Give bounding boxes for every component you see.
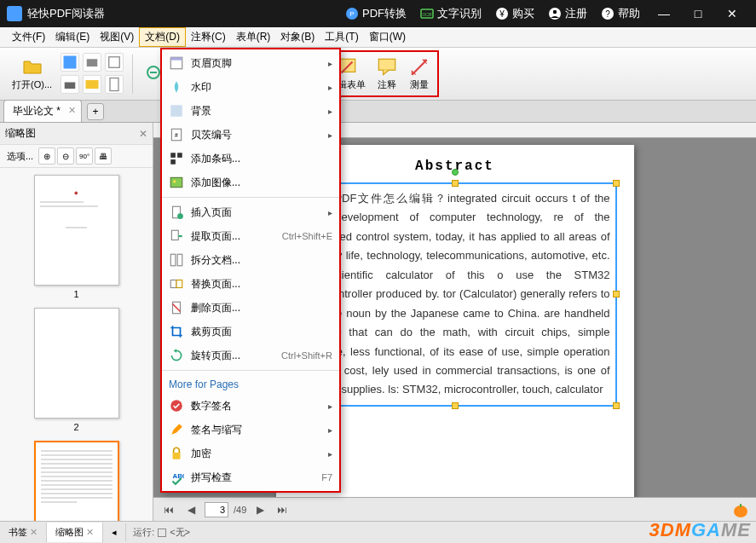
menu-crop[interactable]: 裁剪页面 xyxy=(162,320,339,344)
run-value: <无> xyxy=(170,526,190,539)
page-total: /49 xyxy=(234,505,246,515)
pumpkin-icon xyxy=(732,501,749,518)
print-thumb-icon[interactable]: 🖶 xyxy=(95,147,112,165)
resize-handle-br[interactable] xyxy=(613,402,620,409)
page-input[interactable] xyxy=(205,502,228,517)
print-icon[interactable] xyxy=(83,53,101,72)
svg-rect-41 xyxy=(170,153,176,158)
menu-delete[interactable]: 删除页面... xyxy=(162,296,339,320)
thumbnails-tab[interactable]: 缩略图 ✕ xyxy=(47,523,103,542)
document-tab-label: 毕业论文 * xyxy=(13,105,61,117)
menu-insert-page[interactable]: 插入页面▸ xyxy=(162,200,339,224)
menu-background[interactable]: 背景▸ xyxy=(162,99,339,123)
shrink-icon[interactable]: ⊖ xyxy=(57,147,74,165)
thumbnail-page-1[interactable]: ◆ 1 xyxy=(34,175,119,299)
menu-tools[interactable]: 工具(T) xyxy=(320,27,363,47)
ocr-label: 文字识别 xyxy=(437,6,482,21)
scan-icon[interactable] xyxy=(105,53,124,72)
svg-rect-11 xyxy=(87,59,98,66)
register-button[interactable]: 注册 xyxy=(548,6,587,21)
svg-rect-43 xyxy=(170,159,176,165)
close-button[interactable]: ✕ xyxy=(715,0,749,27)
rotate-handle-icon[interactable] xyxy=(452,169,459,176)
selected-text-frame[interactable]: 器——PDF文件怎么编辑？integrated circuit occurs t… xyxy=(293,182,617,407)
document-tab[interactable]: 毕业论文 * ✕ xyxy=(3,100,82,122)
bookmarks-tab[interactable]: 书签 ✕ xyxy=(0,523,47,542)
resize-handle-mr[interactable] xyxy=(613,291,620,297)
menu-header-footer[interactable]: 页眉页脚▸ xyxy=(162,51,339,75)
svg-rect-13 xyxy=(65,82,76,89)
resize-handle-tr[interactable] xyxy=(613,180,620,187)
menu-edit[interactable]: 编辑(E) xyxy=(50,27,95,47)
rotate-page-icon xyxy=(169,348,184,363)
thumbnail-page-2[interactable]: 2 xyxy=(34,308,119,432)
replace-icon xyxy=(169,276,184,292)
app-title: 轻快PDF阅读器 xyxy=(27,6,105,21)
menu-form[interactable]: 表单(R) xyxy=(231,27,276,47)
menu-encrypt[interactable]: 加密▸ xyxy=(162,442,339,465)
svg-rect-28 xyxy=(378,59,395,70)
user-icon xyxy=(548,7,562,20)
side-close-icon[interactable]: ✕ xyxy=(139,128,147,140)
tab-close-icon[interactable]: ✕ xyxy=(68,105,76,116)
menu-split[interactable]: 拆分文档... xyxy=(162,248,339,272)
menu-section-more: More for Pages xyxy=(162,373,339,394)
buy-button[interactable]: ¥ 购买 xyxy=(495,6,534,21)
open-button[interactable]: 打开(O)... xyxy=(7,55,57,93)
page-navigation: ⏮ ◀ /49 ▶ ⏭ xyxy=(153,497,756,521)
chevron-right-icon: ▸ xyxy=(328,83,332,92)
svg-rect-14 xyxy=(86,80,99,89)
menu-extract-page[interactable]: 提取页面...Ctrl+Shift+E xyxy=(162,224,339,248)
first-page-button[interactable]: ⏮ xyxy=(160,501,177,518)
enlarge-icon[interactable]: ⊕ xyxy=(38,147,55,165)
menu-bates[interactable]: #贝茨编号▸ xyxy=(162,123,339,147)
menu-view[interactable]: 视图(V) xyxy=(95,27,139,47)
page-icon[interactable] xyxy=(105,75,124,94)
next-page-button[interactable]: ▶ xyxy=(251,501,268,518)
convert-icon: P xyxy=(345,7,359,20)
printer-icon[interactable] xyxy=(61,75,79,94)
menu-watermark[interactable]: 水印▸ xyxy=(162,75,339,99)
menu-digital-sign[interactable]: 数字签名▸ xyxy=(162,394,339,418)
svg-text:ABC: ABC xyxy=(173,472,185,480)
app-logo-icon xyxy=(7,6,22,21)
help-button[interactable]: ? 帮助 xyxy=(601,6,640,21)
prev-page-button[interactable]: ◀ xyxy=(182,501,199,518)
comment-button[interactable]: 注释 xyxy=(371,55,403,93)
menu-sign-initial[interactable]: 签名与缩写▸ xyxy=(162,418,339,442)
resize-handle-mt[interactable] xyxy=(452,180,459,187)
minimize-button[interactable]: — xyxy=(647,0,681,27)
last-page-button[interactable]: ⏭ xyxy=(274,501,291,518)
menu-rotate[interactable]: 旋转页面...Ctrl+Shift+R xyxy=(162,344,339,367)
side-options-button[interactable]: 选项... xyxy=(3,150,37,163)
rotate-icon[interactable]: 90° xyxy=(76,147,93,165)
thumbnail-page-3[interactable]: 3 xyxy=(34,441,119,521)
chevron-right-icon: ▸ xyxy=(328,401,332,411)
header-footer-icon xyxy=(169,55,184,71)
menu-file[interactable]: 文件(F) xyxy=(7,27,50,47)
collapse-tab[interactable]: ◂ xyxy=(103,523,126,541)
mail-icon[interactable] xyxy=(83,75,101,94)
menu-barcode[interactable]: 添加条码... xyxy=(162,147,339,170)
pdf-convert-button[interactable]: P PDF转换 xyxy=(345,6,407,21)
svg-line-29 xyxy=(412,60,426,74)
chevron-right-icon: ▸ xyxy=(328,425,332,435)
menubar: 文件(F) 编辑(E) 视图(V) 文档(D) 注释(C) 表单(R) 对象(B… xyxy=(0,27,756,48)
ocr-button[interactable]: OCR 文字识别 xyxy=(420,6,482,21)
measure-button[interactable]: 测量 xyxy=(403,55,436,93)
resize-handle-mb[interactable] xyxy=(452,402,459,409)
register-label: 注册 xyxy=(565,6,587,21)
save-icon[interactable] xyxy=(61,53,79,72)
menu-object[interactable]: 对象(B) xyxy=(275,27,320,47)
menu-annotate[interactable]: 注释(C) xyxy=(186,27,231,47)
menu-document[interactable]: 文档(D) xyxy=(139,27,186,47)
maximize-button[interactable]: □ xyxy=(681,0,715,27)
add-tab-button[interactable]: + xyxy=(87,103,104,120)
svg-text:OCR: OCR xyxy=(422,12,432,17)
menu-add-image[interactable]: 添加图像... xyxy=(162,170,339,194)
menu-window[interactable]: 窗口(W) xyxy=(364,27,411,47)
folder-open-icon xyxy=(22,56,43,77)
menu-replace[interactable]: 替换页面... xyxy=(162,272,339,296)
menu-spellcheck[interactable]: ABC拼写检查F7 xyxy=(162,465,339,489)
svg-point-7 xyxy=(553,10,557,14)
